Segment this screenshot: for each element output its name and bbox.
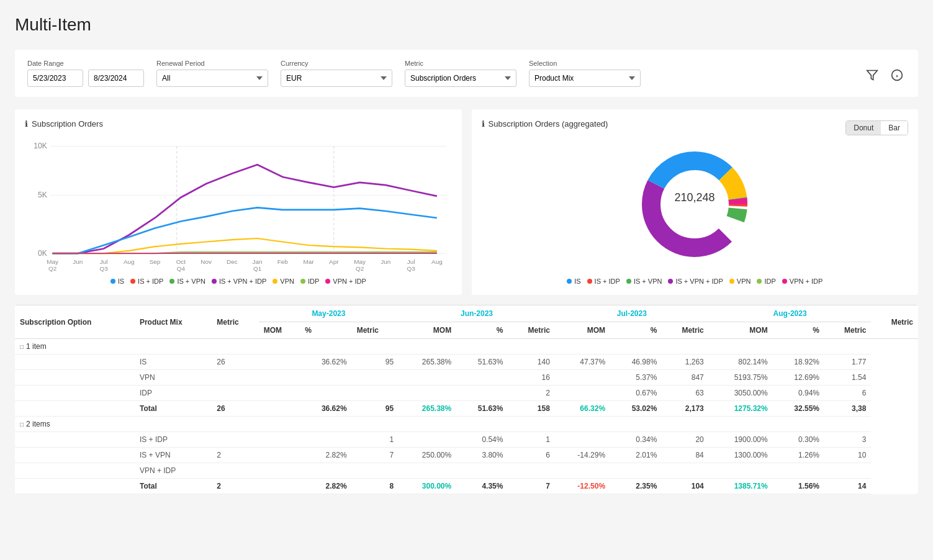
legend-item-idp: IDP [300, 278, 319, 285]
jul-metric-cell: 140 [508, 355, 554, 370]
extra-metric-cell: 14 [824, 479, 871, 494]
product-mix-cell: VPN [135, 370, 212, 386]
aug-metric-cell: 2,173 [662, 401, 708, 417]
metric-group: Metric Subscription Orders [405, 60, 516, 87]
line-chart-svg: 10K 5K 0K [25, 136, 452, 273]
col-jun-mom: MOM [399, 322, 456, 339]
may-pct-cell: 36.62% [300, 355, 351, 370]
jun-metric-cell [352, 370, 399, 386]
svg-text:10K: 10K [34, 142, 47, 150]
svg-text:Jan: Jan [253, 258, 263, 265]
jul-mom-cell [555, 463, 610, 479]
jul-mom-cell: 47.37% [555, 355, 610, 370]
jul-mom-cell [555, 370, 610, 386]
line-chart-card: ℹ Subscription Orders 10K 5K 0K [15, 109, 462, 295]
jul-metric-cell: 158 [508, 401, 554, 417]
table-row: IDP 2 0.67% 63 3050.00% 0.94% 6 [15, 386, 918, 401]
jun-metric-cell: 95 [352, 401, 399, 417]
jun-metric-cell: 8 [352, 479, 399, 494]
col-may-metric: Metric [352, 322, 399, 339]
svg-marker-0 [867, 71, 878, 80]
date-start-input[interactable] [27, 70, 83, 87]
aug-metric-cell: 1,263 [662, 355, 708, 370]
table-group-row: □2 items [15, 417, 918, 432]
svg-text:2024: 2024 [361, 272, 376, 273]
product-mix-cell: VPN + IDP [135, 463, 212, 479]
legend-dot-idp [300, 279, 305, 284]
line-chart-title: ℹ Subscription Orders [25, 119, 452, 129]
date-end-input[interactable] [88, 70, 144, 87]
selection-group: Selection Product Mix [529, 60, 641, 87]
jun-mom-cell [399, 432, 456, 448]
expand-icon[interactable]: □ [20, 421, 24, 428]
product-mix-cell: Total [135, 479, 212, 494]
donut-chart-title-text: Subscription Orders (aggregated) [489, 119, 608, 129]
jun-mom-cell: 300.00% [399, 479, 456, 494]
aug-mom-cell: 1275.32% [709, 401, 773, 417]
extra-metric-cell: 1.54 [824, 370, 871, 386]
col-subscription-option: Subscription Option [15, 305, 135, 339]
expand-icon[interactable]: □ [20, 343, 24, 350]
currency-select[interactable]: EUR [281, 70, 392, 87]
table-group-row: □1 item [15, 339, 918, 355]
col-jul-pct: % [610, 322, 662, 339]
bar-button[interactable]: Bar [881, 121, 908, 135]
filter-icon-button[interactable] [863, 66, 881, 87]
may-metric-cell [212, 370, 258, 386]
may-metric-cell [212, 463, 258, 479]
svg-text:Aug: Aug [124, 258, 135, 265]
svg-text:Dec: Dec [227, 258, 238, 265]
donut-container: 210,248 [482, 136, 909, 273]
jul-pct-cell: 2.01% [610, 448, 662, 463]
table-row: IS 26 36.62% 95 265.38% 51.63% 140 47.37… [15, 355, 918, 370]
svg-text:Q3: Q3 [407, 265, 415, 272]
may-pct-cell [300, 432, 351, 448]
metric-select[interactable]: Subscription Orders [405, 70, 516, 87]
may-metric-cell: 2 [212, 448, 258, 463]
col-aug-mom: MOM [709, 322, 773, 339]
svg-text:Q3: Q3 [99, 265, 108, 272]
currency-label: Currency [281, 60, 392, 67]
renewal-period-select[interactable]: All [156, 70, 268, 87]
aug-mom-cell: 802.14% [709, 355, 773, 370]
jun-metric-cell [352, 463, 399, 479]
table-total-row: Total 26 36.62% 95 265.38% 51.63% 158 66… [15, 401, 918, 417]
extra-metric-cell: 10 [824, 448, 871, 463]
jul-mom-cell: 66.32% [555, 401, 610, 417]
col-aug-pct: % [773, 322, 824, 339]
aug-metric-cell: 104 [662, 479, 708, 494]
product-mix-cell: IS [135, 355, 212, 370]
selection-select[interactable]: Product Mix [529, 70, 641, 87]
jun-pct-cell [456, 386, 508, 401]
jul-mom-cell: -12.50% [555, 479, 610, 494]
legend-item-vpn: VPN [273, 278, 294, 285]
aug-pct-cell: 0.30% [773, 432, 824, 448]
jul-metric-cell: 7 [508, 479, 554, 494]
svg-text:Q2: Q2 [48, 265, 56, 272]
info-icon-button[interactable] [888, 66, 906, 87]
may-mom-cell [259, 463, 300, 479]
svg-text:Jun: Jun [381, 258, 390, 265]
jun-metric-cell [352, 386, 399, 401]
may-pct-cell: 36.62% [300, 401, 351, 417]
col-product-mix: Product Mix [135, 305, 212, 339]
jul-mom-cell [555, 386, 610, 401]
aug-pct-cell: 12.69% [773, 370, 824, 386]
col-group-jun2023: Jun-2023 [399, 305, 555, 322]
jul-pct-cell: 53.02% [610, 401, 662, 417]
jun-pct-cell: 4.35% [456, 479, 508, 494]
line-chart-info-icon: ℹ [25, 119, 28, 129]
jul-mom-cell: -14.29% [555, 448, 610, 463]
jul-mom-cell [555, 432, 610, 448]
svg-text:May: May [354, 258, 366, 265]
currency-group: Currency EUR [281, 60, 392, 87]
may-metric-cell [212, 386, 258, 401]
chart-btn-group: Donut Bar [845, 120, 908, 135]
legend-dot-is-vpn-idp [212, 279, 217, 284]
page-title: Multi-Item [15, 15, 918, 35]
donut-button[interactable]: Donut [846, 121, 881, 135]
jul-pct-cell: 5.37% [610, 370, 662, 386]
may-pct-cell [300, 386, 351, 401]
aug-pct-cell: 32.55% [773, 401, 824, 417]
product-mix-cell: IDP [135, 386, 212, 401]
